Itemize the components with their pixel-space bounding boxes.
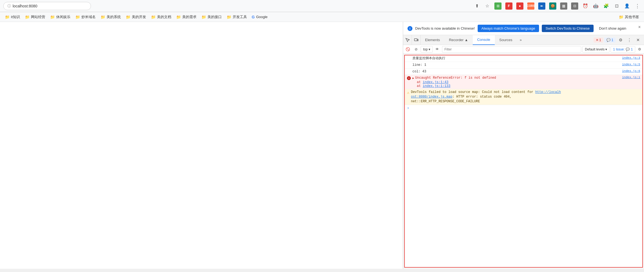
bookmark-google[interactable]: G Google — [250, 14, 270, 20]
default-levels-dropdown[interactable]: Default levels ▾ — [582, 46, 609, 53]
log-source-3[interactable]: index.js:6 — [620, 69, 640, 73]
more-options-icon[interactable]: ⋮ — [634, 3, 641, 9]
folder-icon: 📁 — [126, 15, 130, 19]
address-input[interactable]: ⓘ localhost:8080 — [3, 2, 91, 10]
bookmark-mei-api[interactable]: 📁 美的接口 — [199, 13, 224, 21]
puzzle-icon[interactable]: 🧩 — [603, 3, 609, 9]
bookmark-mei-docs[interactable]: 📁 美的文档 — [149, 13, 173, 21]
input-prompt-icon: › — [407, 106, 409, 110]
console-error-line: ✕ ▶ Uncaught ReferenceError: f is not de… — [405, 75, 642, 89]
error-expand-icon[interactable]: ▶ — [412, 76, 414, 80]
tab-recorder[interactable]: Recorder ▲ — [444, 35, 473, 45]
bookmark-leisure[interactable]: 📁 休闲娱乐 — [48, 13, 73, 21]
console-log-line-2: line: 1 index.js:5 — [405, 62, 642, 69]
dropdown-arrow-icon: ▾ — [429, 47, 430, 51]
bookmark-mei-needs[interactable]: 📁 美的需求 — [174, 13, 199, 21]
browser-chrome: ⓘ localhost:8080 ⬆ ☆ ⊞ F ● CORS ✒ 🍪 ▦ ⊟ … — [0, 0, 644, 22]
tab-console[interactable]: Console — [473, 35, 495, 45]
console-input[interactable] — [410, 106, 640, 110]
tab-sources[interactable]: Sources — [495, 35, 517, 45]
main-area: i DevTools is now available in Chinese! … — [0, 22, 644, 269]
inspect-element-button[interactable] — [403, 35, 412, 45]
devtools-more-button[interactable]: ⋮ — [625, 36, 633, 44]
extension-f-icon[interactable]: F — [505, 2, 512, 10]
url-text: localhost:8080 — [13, 4, 37, 8]
console-content: 质量监控脚本自动执行 index.js:3 line: 1 index.js:5… — [404, 55, 643, 268]
devtools-notification: i DevTools is now available in Chinese! … — [403, 22, 644, 35]
address-bar: ⓘ localhost:8080 ⬆ ☆ ⊞ F ● CORS ✒ 🍪 ▦ ⊟ … — [0, 0, 644, 12]
dont-show-again-button[interactable]: Don't show again — [596, 25, 629, 32]
devtools-toolbar-right: ✕ 1 💬 1 ⚙ ⋮ ✕ — [594, 36, 644, 44]
extension-grid-icon[interactable]: ⊞ — [494, 2, 501, 10]
bookmark-website-ops[interactable]: 📁 网站经营 — [23, 13, 47, 21]
folder-icon: 📁 — [101, 15, 105, 19]
notification-text: DevTools is now available in Chinese! — [415, 26, 475, 30]
folder-icon: 📁 — [151, 15, 156, 19]
svg-rect-1 — [417, 39, 418, 41]
devtools-tabs: Elements Recorder ▲ Console Sources » — [421, 35, 594, 45]
bookmarks-bar: 📁 it知识 📁 网站经营 📁 休闲娱乐 📁 炒米域名 📁 美的系统 📁 美的开… — [0, 12, 644, 22]
bookmark-mei-dev[interactable]: 📁 美的开发 — [124, 13, 148, 21]
bookmark-it-knowledge[interactable]: 📁 it知识 — [3, 13, 22, 21]
svg-rect-0 — [414, 39, 417, 41]
issues-badge[interactable]: 1 Issue: 💬 1 — [611, 46, 635, 53]
tab-more[interactable]: » — [517, 35, 525, 45]
devtools-close-button[interactable]: ✕ — [634, 36, 642, 44]
security-icon: ⓘ — [7, 4, 11, 8]
bookmark-icon[interactable]: ☆ — [484, 3, 491, 9]
google-icon: G — [252, 15, 255, 19]
android-icon[interactable]: 🤖 — [592, 3, 599, 9]
log-source-1[interactable]: index.js:3 — [620, 56, 640, 59]
timer-icon[interactable]: ⏰ — [582, 3, 589, 9]
split-icon[interactable]: ⊡ — [613, 3, 620, 9]
folder-icon: 📁 — [5, 15, 10, 19]
bookmark-dev-tools[interactable]: 📁 开发工具 — [224, 13, 249, 21]
extension-red-icon[interactable]: ● — [516, 2, 523, 10]
folder-icon: 📁 — [227, 15, 231, 19]
error-link-2[interactable]: index.js:1:133 — [423, 84, 451, 88]
error-x-icon: ✕ — [596, 38, 599, 42]
tab-elements[interactable]: Elements — [421, 35, 444, 45]
clear-console-button[interactable]: 🚫 — [404, 46, 411, 53]
warning-link[interactable]: http://localhost:8080/index.js.map — [411, 90, 561, 99]
folder-icon: 📁 — [201, 15, 206, 19]
profile-icon[interactable]: 👤 — [624, 3, 630, 9]
switch-to-chinese-button[interactable]: Switch DevTools to Chinese — [542, 25, 594, 32]
bookmark-other[interactable]: 📁 其他书签 — [617, 13, 641, 21]
extension-box-icon[interactable]: ⊟ — [571, 2, 578, 10]
bookmark-domain[interactable]: 📁 炒米域名 — [73, 13, 98, 21]
warning-text: DevTools failed to load source map: Coul… — [411, 90, 640, 104]
error-source[interactable]: index.js:1 — [620, 76, 640, 79]
log-text-1: 质量监控脚本自动执行 — [412, 56, 620, 61]
address-icons: ⬆ ☆ ⊞ F ● CORS ✒ 🍪 ▦ ⊟ ⏰ 🤖 🧩 ⊡ 👤 ⋮ — [474, 2, 641, 10]
filter-input[interactable] — [442, 46, 582, 53]
log-source-2[interactable]: index.js:5 — [620, 63, 640, 66]
error-text: Uncaught ReferenceError: f is not define… — [415, 76, 620, 80]
eye-icon[interactable]: 👁 — [434, 46, 441, 53]
info-badge[interactable]: 💬 1 — [604, 38, 615, 42]
console-settings-button[interactable]: ⚙ — [636, 46, 643, 53]
issue-bubble-icon: 💬 — [626, 47, 630, 51]
console-log-line-3: col: 43 index.js:6 — [405, 69, 642, 75]
extension-cors-icon[interactable]: CORS — [527, 2, 534, 10]
folder-icon: 📁 — [50, 15, 55, 19]
console-warning-line: ⚠ DevTools failed to load source map: Co… — [405, 89, 642, 105]
log-text-2: line: 1 — [412, 63, 620, 67]
share-icon[interactable]: ⬆ — [474, 3, 480, 9]
extension-cookie-icon[interactable]: 🍪 — [549, 2, 556, 10]
extension-pen-icon[interactable]: ✒ — [538, 2, 545, 10]
context-dropdown[interactable]: top ▾ — [421, 46, 433, 53]
folder-icon: 📁 — [25, 15, 30, 19]
folder-icon: 📁 — [75, 15, 80, 19]
bookmark-mei-system[interactable]: 📁 美的系统 — [98, 13, 123, 21]
error-badge[interactable]: ✕ 1 — [594, 38, 603, 42]
error-link-1[interactable]: index.js:1:43 — [423, 80, 449, 84]
levels-arrow-icon: ▾ — [605, 47, 607, 51]
device-toggle-button[interactable] — [412, 35, 421, 45]
warning-triangle-icon: ⚠ — [407, 90, 409, 95]
always-match-button[interactable]: Always match Chrome's language — [478, 25, 539, 32]
notification-close-button[interactable]: × — [638, 25, 641, 30]
extension-grid2-icon[interactable]: ▦ — [560, 2, 567, 10]
devtools-settings-button[interactable]: ⚙ — [617, 36, 624, 44]
stop-recording-button[interactable]: ⊘ — [412, 46, 420, 53]
